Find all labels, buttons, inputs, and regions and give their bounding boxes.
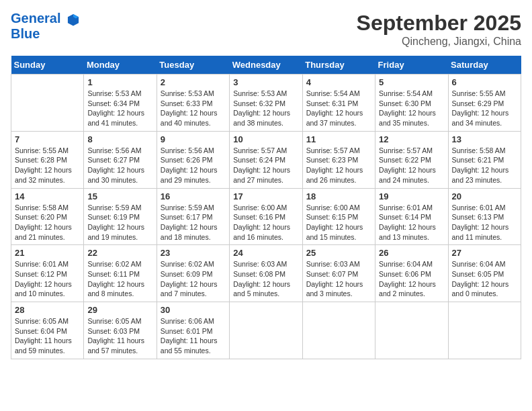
day-number: 10	[233, 134, 298, 144]
calendar-cell: 14Sunrise: 5:58 AMSunset: 6:20 PMDayligh…	[11, 188, 84, 245]
col-wednesday: Wednesday	[230, 56, 302, 75]
calendar-cell: 11Sunrise: 5:57 AMSunset: 6:23 PMDayligh…	[302, 131, 375, 188]
location-subtitle: Qincheng, Jiangxi, China	[357, 36, 521, 48]
logo-general: General	[11, 11, 60, 26]
day-info: Sunrise: 6:01 AMSunset: 6:14 PMDaylight:…	[379, 203, 444, 242]
day-number: 11	[306, 134, 371, 144]
day-number: 30	[161, 305, 226, 315]
calendar-cell: 2Sunrise: 5:53 AMSunset: 6:33 PMDaylight…	[157, 75, 229, 132]
day-number: 6	[452, 77, 517, 87]
day-number: 14	[15, 191, 80, 201]
day-info: Sunrise: 5:58 AMSunset: 6:20 PMDaylight:…	[15, 203, 80, 242]
calendar-cell: 8Sunrise: 5:56 AMSunset: 6:27 PMDaylight…	[84, 131, 157, 188]
day-info: Sunrise: 6:03 AMSunset: 6:08 PMDaylight:…	[233, 259, 298, 299]
day-info: Sunrise: 6:02 AMSunset: 6:09 PMDaylight:…	[161, 259, 226, 299]
calendar-cell: 21Sunrise: 6:01 AMSunset: 6:12 PMDayligh…	[11, 245, 84, 302]
day-info: Sunrise: 6:00 AMSunset: 6:16 PMDaylight:…	[233, 203, 298, 242]
calendar-cell: 20Sunrise: 6:01 AMSunset: 6:13 PMDayligh…	[448, 188, 521, 245]
calendar-cell: 19Sunrise: 6:01 AMSunset: 6:14 PMDayligh…	[375, 188, 448, 245]
day-info: Sunrise: 6:05 AMSunset: 6:03 PMDaylight:…	[87, 316, 152, 356]
calendar-cell: 27Sunrise: 6:04 AMSunset: 6:05 PMDayligh…	[448, 245, 521, 302]
day-number: 28	[15, 305, 80, 315]
day-number: 3	[233, 77, 298, 87]
week-row-3: 14Sunrise: 5:58 AMSunset: 6:20 PMDayligh…	[11, 188, 521, 245]
col-saturday: Saturday	[448, 56, 521, 75]
calendar-cell: 16Sunrise: 5:59 AMSunset: 6:17 PMDayligh…	[157, 188, 229, 245]
day-info: Sunrise: 5:57 AMSunset: 6:23 PMDaylight:…	[306, 146, 371, 185]
day-info: Sunrise: 6:04 AMSunset: 6:05 PMDaylight:…	[452, 259, 517, 299]
col-monday: Monday	[84, 56, 157, 75]
day-info: Sunrise: 5:53 AMSunset: 6:33 PMDaylight:…	[161, 89, 226, 128]
calendar-cell: 25Sunrise: 6:03 AMSunset: 6:07 PMDayligh…	[302, 245, 375, 302]
day-number: 9	[161, 134, 226, 144]
col-friday: Friday	[375, 56, 448, 75]
day-number: 5	[379, 77, 444, 87]
day-info: Sunrise: 5:53 AMSunset: 6:32 PMDaylight:…	[233, 89, 298, 128]
day-info: Sunrise: 5:59 AMSunset: 6:17 PMDaylight:…	[161, 203, 226, 242]
day-number: 21	[15, 248, 80, 258]
day-number: 12	[379, 134, 444, 144]
calendar-cell: 5Sunrise: 5:54 AMSunset: 6:30 PMDaylight…	[375, 75, 448, 132]
day-info: Sunrise: 5:53 AMSunset: 6:34 PMDaylight:…	[87, 89, 152, 128]
calendar-cell: 18Sunrise: 6:00 AMSunset: 6:15 PMDayligh…	[302, 188, 375, 245]
day-info: Sunrise: 5:54 AMSunset: 6:31 PMDaylight:…	[306, 89, 371, 128]
calendar-cell: 6Sunrise: 5:55 AMSunset: 6:29 PMDaylight…	[448, 75, 521, 132]
day-number: 15	[87, 191, 152, 201]
day-number: 25	[306, 248, 371, 258]
calendar-cell	[375, 302, 448, 359]
day-info: Sunrise: 5:58 AMSunset: 6:21 PMDaylight:…	[452, 146, 517, 185]
day-number: 27	[452, 248, 517, 258]
week-row-5: 28Sunrise: 6:05 AMSunset: 6:04 PMDayligh…	[11, 302, 521, 359]
calendar-cell: 17Sunrise: 6:00 AMSunset: 6:16 PMDayligh…	[230, 188, 302, 245]
calendar-cell: 7Sunrise: 5:55 AMSunset: 6:28 PMDaylight…	[11, 131, 84, 188]
day-number: 24	[233, 248, 298, 258]
calendar-cell	[448, 302, 521, 359]
day-number: 4	[306, 77, 371, 87]
title-block: September 2025 Qincheng, Jiangxi, China	[357, 11, 521, 48]
calendar-cell: 24Sunrise: 6:03 AMSunset: 6:08 PMDayligh…	[230, 245, 302, 302]
week-row-1: 1Sunrise: 5:53 AMSunset: 6:34 PMDaylight…	[11, 75, 521, 132]
calendar-cell: 23Sunrise: 6:02 AMSunset: 6:09 PMDayligh…	[157, 245, 229, 302]
calendar-header: Sunday Monday Tuesday Wednesday Thursday…	[11, 56, 521, 75]
calendar-cell: 15Sunrise: 5:59 AMSunset: 6:19 PMDayligh…	[84, 188, 157, 245]
calendar-cell: 28Sunrise: 6:05 AMSunset: 6:04 PMDayligh…	[11, 302, 84, 359]
day-number: 1	[87, 77, 152, 87]
day-info: Sunrise: 5:56 AMSunset: 6:26 PMDaylight:…	[161, 146, 226, 185]
day-info: Sunrise: 6:03 AMSunset: 6:07 PMDaylight:…	[306, 259, 371, 299]
day-info: Sunrise: 6:01 AMSunset: 6:13 PMDaylight:…	[452, 203, 517, 242]
day-number: 20	[452, 191, 517, 201]
calendar-cell: 13Sunrise: 5:58 AMSunset: 6:21 PMDayligh…	[448, 131, 521, 188]
day-info: Sunrise: 5:55 AMSunset: 6:28 PMDaylight:…	[15, 146, 80, 185]
calendar-cell: 10Sunrise: 5:57 AMSunset: 6:24 PMDayligh…	[230, 131, 302, 188]
month-title: September 2025	[357, 11, 521, 36]
col-tuesday: Tuesday	[157, 56, 229, 75]
day-number: 17	[233, 191, 298, 201]
day-number: 13	[452, 134, 517, 144]
calendar-cell: 4Sunrise: 5:54 AMSunset: 6:31 PMDaylight…	[302, 75, 375, 132]
week-row-2: 7Sunrise: 5:55 AMSunset: 6:28 PMDaylight…	[11, 131, 521, 188]
day-number: 23	[161, 248, 226, 258]
day-number: 26	[379, 248, 444, 258]
day-number: 29	[87, 305, 152, 315]
day-info: Sunrise: 6:06 AMSunset: 6:01 PMDaylight:…	[161, 316, 226, 356]
header-row: Sunday Monday Tuesday Wednesday Thursday…	[11, 56, 521, 75]
day-info: Sunrise: 6:00 AMSunset: 6:15 PMDaylight:…	[306, 203, 371, 242]
day-info: Sunrise: 6:05 AMSunset: 6:04 PMDaylight:…	[15, 316, 80, 356]
calendar-cell: 30Sunrise: 6:06 AMSunset: 6:01 PMDayligh…	[157, 302, 229, 359]
calendar-cell	[230, 302, 302, 359]
day-number: 8	[87, 134, 152, 144]
day-number: 22	[87, 248, 152, 258]
day-info: Sunrise: 5:57 AMSunset: 6:22 PMDaylight:…	[379, 146, 444, 185]
calendar-cell: 26Sunrise: 6:04 AMSunset: 6:06 PMDayligh…	[375, 245, 448, 302]
calendar-cell: 29Sunrise: 6:05 AMSunset: 6:03 PMDayligh…	[84, 302, 157, 359]
col-thursday: Thursday	[302, 56, 375, 75]
day-info: Sunrise: 5:55 AMSunset: 6:29 PMDaylight:…	[452, 89, 517, 128]
calendar-cell: 9Sunrise: 5:56 AMSunset: 6:26 PMDaylight…	[157, 131, 229, 188]
day-info: Sunrise: 6:04 AMSunset: 6:06 PMDaylight:…	[379, 259, 444, 299]
day-info: Sunrise: 5:56 AMSunset: 6:27 PMDaylight:…	[87, 146, 152, 185]
calendar-cell: 3Sunrise: 5:53 AMSunset: 6:32 PMDaylight…	[230, 75, 302, 132]
day-number: 2	[161, 77, 226, 87]
day-info: Sunrise: 5:59 AMSunset: 6:19 PMDaylight:…	[87, 203, 152, 242]
calendar-cell	[302, 302, 375, 359]
calendar-table: Sunday Monday Tuesday Wednesday Thursday…	[11, 56, 521, 359]
